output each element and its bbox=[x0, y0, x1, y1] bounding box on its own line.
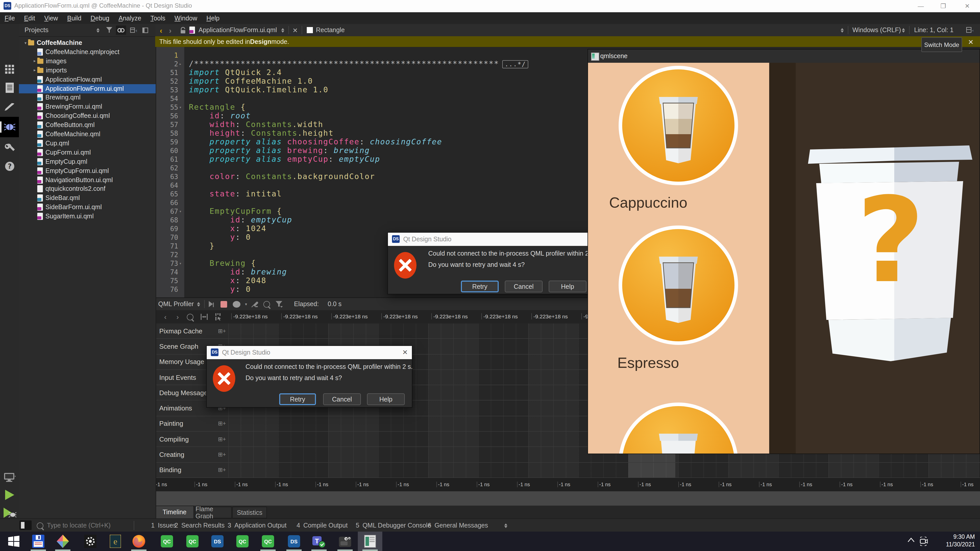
tree-item-qtquickcontrols2.conf[interactable]: qtquickcontrols2.conf bbox=[19, 184, 156, 194]
expand-arrow-icon[interactable]: ▸ bbox=[32, 68, 37, 73]
expand-arrow-icon[interactable]: ▸ bbox=[32, 59, 37, 64]
expand-arrow-icon[interactable]: ▾ bbox=[23, 41, 28, 45]
dialog-title-bar[interactable]: DS Qt Design Studio ✕ bbox=[207, 346, 412, 359]
mode-welcome[interactable] bbox=[0, 61, 19, 78]
projects-filter-icon[interactable] bbox=[104, 25, 115, 35]
help-button[interactable]: Help bbox=[367, 393, 405, 405]
switch-mode-button[interactable]: Switch Mode bbox=[921, 37, 962, 52]
output-pane-application-output[interactable]: 3 Application Output bbox=[228, 519, 286, 532]
row-expand-icon[interactable]: ⊞+ bbox=[218, 436, 226, 442]
open-file-name[interactable]: ApplicationFlowForm.ui.qml bbox=[199, 24, 277, 36]
output-pane-search-results[interactable]: 2 Search Results bbox=[175, 519, 224, 532]
timeline-overview-strip[interactable] bbox=[153, 491, 980, 506]
firefox-icon[interactable] bbox=[131, 534, 146, 549]
eclipse-icon[interactable]: e bbox=[108, 534, 123, 549]
qmlscene-title-bar[interactable]: qmlscene bbox=[588, 49, 980, 63]
forward-icon[interactable]: › bbox=[169, 24, 172, 36]
run-button[interactable] bbox=[0, 486, 19, 503]
mode-debug[interactable] bbox=[0, 117, 19, 137]
fold-marker-icon[interactable]: ▾ bbox=[179, 207, 185, 216]
tab-statistics[interactable]: Statistics bbox=[232, 507, 267, 518]
close-document-icon[interactable]: ✕ bbox=[293, 24, 298, 36]
mode-projects[interactable] bbox=[0, 139, 19, 157]
tab-flame-graph[interactable]: Flame Graph bbox=[195, 507, 232, 518]
tree-item-CupForm.ui.qml[interactable]: CupForm.ui.qml bbox=[19, 148, 156, 157]
tree-item-CoffeeMachine[interactable]: ▾CoffeeMachine bbox=[19, 38, 156, 48]
qt-creator-icon[interactable]: QC bbox=[185, 534, 200, 549]
qt-design-studio-icon[interactable]: DS bbox=[286, 534, 302, 549]
tree-item-Brewing.qml[interactable]: Brewing.qml bbox=[19, 93, 156, 102]
menu-help[interactable]: Help bbox=[202, 14, 224, 22]
dialog-close-icon[interactable]: ✕ bbox=[402, 348, 408, 356]
row-expand-icon[interactable]: ⊞+ bbox=[218, 467, 226, 473]
attach-icon[interactable] bbox=[208, 298, 215, 310]
record-dropdown-icon[interactable]: ▾ bbox=[245, 298, 247, 310]
line-ending-spinner[interactable] bbox=[902, 24, 905, 36]
back-icon[interactable]: ‹ bbox=[160, 24, 162, 36]
fold-marker-icon[interactable]: ▸ bbox=[179, 60, 185, 68]
locator-input[interactable]: Type to locate (Ctrl+K) bbox=[47, 519, 110, 532]
coffee-option-partial[interactable] bbox=[618, 402, 738, 454]
kit-selector[interactable] bbox=[0, 469, 19, 486]
maximize-button[interactable]: ❐ bbox=[935, 1, 952, 11]
tray-date[interactable]: 11/30/2021 bbox=[929, 541, 975, 548]
file-switcher-spinner[interactable] bbox=[281, 24, 284, 36]
clear-icon[interactable] bbox=[251, 298, 258, 310]
qmlscene-taskbar-icon[interactable] bbox=[363, 534, 378, 549]
sidebar-toggle-icon[interactable] bbox=[19, 520, 32, 530]
tree-item-CoffeeButton.qml[interactable]: CoffeeButton.qml bbox=[19, 121, 156, 130]
menu-analyze[interactable]: Analyze bbox=[114, 14, 146, 22]
tree-item-CoffeeMachine.qmlproject[interactable]: CoffeeMachine.qmlproject bbox=[19, 48, 156, 57]
minimize-button[interactable]: — bbox=[912, 1, 929, 11]
qt-creator-icon[interactable]: QC bbox=[235, 534, 250, 549]
close-button[interactable]: ✕ bbox=[959, 1, 976, 11]
mode-help[interactable]: ? bbox=[0, 158, 19, 175]
menu-debug[interactable]: Debug bbox=[86, 14, 114, 22]
ruler-search-icon[interactable] bbox=[185, 312, 195, 322]
view-filter-icon[interactable] bbox=[275, 298, 283, 310]
tree-item-Cup.qml[interactable]: Cup.qml bbox=[19, 139, 156, 148]
output-pane-general-messages[interactable]: 6 General Messages bbox=[428, 519, 488, 532]
zoom-in-arrow-icon[interactable]: › bbox=[172, 312, 183, 322]
mode-edit[interactable] bbox=[0, 79, 19, 97]
teams-icon[interactable]: T bbox=[311, 534, 327, 549]
row-expand-icon[interactable]: ⊞+ bbox=[218, 451, 226, 458]
projects-sync-icon[interactable] bbox=[116, 25, 126, 35]
tree-item-SugarItem.ui.qml[interactable]: SugarItem.ui.qml bbox=[19, 212, 156, 221]
tree-item-NavigationButton.ui.qml[interactable]: NavigationButton.ui.qml bbox=[19, 175, 156, 184]
tree-item-images[interactable]: ▸images bbox=[19, 57, 156, 66]
qt-design-studio-icon[interactable]: DS bbox=[210, 534, 225, 549]
tray-time[interactable]: 9:30 AM bbox=[929, 533, 975, 541]
tree-item-ApplicationFlow.qml[interactable]: ApplicationFlow.qml bbox=[19, 75, 156, 84]
banner-close-icon[interactable]: ✕ bbox=[966, 38, 975, 46]
qt-creator-icon[interactable]: QC bbox=[260, 534, 275, 549]
projects-close-icon[interactable] bbox=[140, 25, 151, 35]
zoom-out-arrow-icon[interactable]: ‹ bbox=[160, 312, 170, 322]
record-icon[interactable] bbox=[221, 298, 227, 310]
menu-tools[interactable]: Tools bbox=[146, 14, 170, 22]
tree-item-ChoosingCoffee.ui.qml[interactable]: ChoosingCoffee.ui.qml bbox=[19, 111, 156, 121]
tree-item-EmptyCupForm.ui.qml[interactable]: EmptyCupForm.ui.qml bbox=[19, 166, 156, 175]
cancel-button[interactable]: Cancel bbox=[323, 393, 361, 405]
settings-app-icon[interactable] bbox=[83, 534, 98, 549]
output-pane-issues[interactable]: 1 Issues bbox=[151, 519, 177, 532]
tree-item-CoffeeMachine.qml[interactable]: CoffeeMachine.qml bbox=[19, 130, 156, 139]
retry-button[interactable]: Retry bbox=[461, 281, 499, 292]
tray-expand-icon[interactable] bbox=[907, 538, 915, 542]
coffee-option-cappuccino[interactable] bbox=[618, 65, 738, 186]
kite-icon[interactable] bbox=[55, 534, 70, 549]
fold-marker-icon[interactable]: ▾ bbox=[179, 103, 185, 112]
coffee-option-espresso[interactable] bbox=[618, 225, 738, 345]
menu-build[interactable]: Build bbox=[62, 14, 86, 22]
profiler-row-binding[interactable]: Binding⊞+ bbox=[153, 462, 980, 478]
element-breadcrumb[interactable]: Rectangle bbox=[316, 24, 345, 36]
dialog-title-bar[interactable]: DS Qt Design Studio ✕ bbox=[388, 233, 597, 246]
tree-item-imports[interactable]: ▸imports bbox=[19, 65, 156, 75]
tree-item-SideBarForm.ui.qml[interactable]: SideBarForm.ui.qml bbox=[19, 203, 156, 212]
tree-item-EmptyCup.qml[interactable]: EmptyCup.qml bbox=[19, 157, 156, 166]
output-pane-qml-debugger-console[interactable]: 5 QML Debugger Console bbox=[356, 519, 431, 532]
menu-window[interactable]: Window bbox=[170, 14, 202, 22]
hxd-icon[interactable] bbox=[30, 534, 46, 549]
qt-creator-icon[interactable]: QC bbox=[159, 534, 175, 549]
search-timeline-icon[interactable] bbox=[263, 298, 270, 310]
